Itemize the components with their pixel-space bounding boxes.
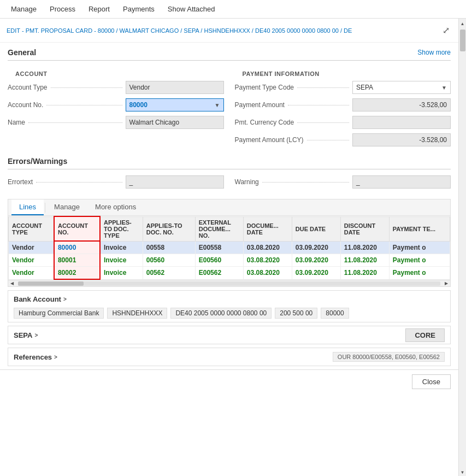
- cell-payment-te: Payment o: [389, 254, 450, 267]
- general-section-title: General Show more: [8, 48, 451, 61]
- errors-section-container: Errors/Warnings Errortext _ Warning: [0, 150, 458, 195]
- scroll-thumb[interactable]: [460, 30, 465, 51]
- errortext-value: _: [126, 175, 224, 189]
- payment-type-field[interactable]: SEPA ▼: [352, 81, 451, 94]
- pmt-currency-value: [352, 116, 451, 129]
- scroll-down-arrow[interactable]: ▼: [459, 468, 467, 476]
- col-applies-to-doc-no: APPLIES-TODOC. NO.: [143, 216, 195, 241]
- lines-table-body: Vendor 80000 Invoice 00558 E00558 03.08.…: [9, 241, 450, 279]
- scroll-left-arrow[interactable]: ◀: [8, 281, 16, 286]
- tab-manage[interactable]: Manage: [46, 199, 87, 215]
- col-account-type: ACCOUNTTYPE: [9, 216, 54, 241]
- bank-tag-vendor: 80000: [321, 308, 349, 319]
- references-label: References: [14, 353, 52, 361]
- account-no-label: Account No.: [8, 101, 126, 109]
- menu-report[interactable]: Report: [82, 1, 116, 17]
- scroll-up-arrow[interactable]: ▲: [459, 20, 467, 27]
- menu-show-attached[interactable]: Show Attached: [161, 1, 222, 17]
- cell-document-date: 03.08.2020: [243, 254, 292, 267]
- col-due-date: DUE DATE: [292, 216, 340, 241]
- name-value: Walmart Chicago: [126, 116, 224, 129]
- sepa-section: SEPA > CORE: [8, 326, 451, 344]
- h-scroll-thumb[interactable]: [18, 281, 84, 286]
- errortext-group: Errortext _: [8, 175, 224, 189]
- menu-bar: Manage Process Report Payments Show Atta…: [0, 0, 466, 19]
- col-payment-te: PAYMENT TE...: [389, 216, 450, 241]
- cell-due-date: 03.09.2020: [292, 254, 340, 267]
- warning-value: _: [352, 175, 451, 189]
- cell-applies-doc-type: Invoice: [100, 241, 143, 254]
- cell-due-date: 03.09.2020: [292, 267, 340, 280]
- lines-tab-bar: Lines Manage More options: [8, 199, 450, 216]
- cell-applies-doc-type: Invoice: [100, 267, 143, 280]
- payment-amount-lcy-value: -3.528,00: [352, 133, 451, 146]
- errors-title: Errors/Warnings: [8, 157, 67, 166]
- close-button[interactable]: Close: [412, 374, 451, 389]
- cell-document-date: 03.08.2020: [243, 267, 292, 280]
- tab-lines[interactable]: Lines: [11, 199, 44, 215]
- account-type-label: Account Type: [8, 84, 126, 91]
- payment-amount-label: Payment Amount: [235, 101, 353, 109]
- bank-account-content: Hamburg Commercial Bank HSHNDEHHXXX DE40…: [8, 308, 450, 322]
- payment-column: PAYMENT INFORMATION Payment Type Code SE…: [235, 68, 451, 150]
- menu-payments[interactable]: Payments: [116, 1, 161, 17]
- payment-type-label: Payment Type Code: [235, 84, 353, 91]
- lines-section: Lines Manage More options ACCOUNTTYPE AC…: [8, 199, 451, 287]
- menu-manage[interactable]: Manage: [4, 1, 43, 17]
- cell-account-no: 80000: [54, 241, 100, 254]
- cell-applies-doc-no: 00562: [143, 267, 195, 280]
- cell-discount-date: 11.08.2020: [340, 241, 389, 254]
- breadcrumb: EDIT - PMT. PROPOSAL CARD - 80000 / WALM…: [0, 19, 458, 43]
- payment-amount-value: -3.528,00: [352, 98, 451, 111]
- name-label: Name: [8, 119, 126, 126]
- bank-tag-name: Hamburg Commercial Bank: [14, 308, 104, 319]
- cell-applies-doc-no: 00560: [143, 254, 195, 267]
- pmt-currency-group: Pmt. Currency Code: [235, 115, 451, 130]
- payment-type-dropdown-arrow[interactable]: ▼: [439, 85, 449, 91]
- scroll-right-arrow[interactable]: ▶: [443, 281, 450, 286]
- payment-type-group: Payment Type Code SEPA ▼: [235, 80, 451, 95]
- account-section-label: ACCOUNT: [8, 68, 224, 80]
- account-no-group: Account No. 80000 ▼: [8, 98, 224, 112]
- bank-account-section: Bank Account > Hamburg Commercial Bank H…: [8, 290, 451, 322]
- menu-process[interactable]: Process: [43, 1, 82, 17]
- errortext-label: Errortext: [8, 178, 126, 186]
- payment-amount-lcy-group: Payment Amount (LCY) -3.528,00: [235, 133, 451, 147]
- col-discount-date: DISCOUNTDATE: [340, 216, 389, 241]
- horizontal-scrollbar[interactable]: ◀ ▶: [8, 280, 450, 286]
- account-no-dropdown-arrow[interactable]: ▼: [213, 102, 222, 108]
- table-row[interactable]: Vendor 80002 Invoice 00562 E00562 03.08.…: [9, 267, 450, 280]
- table-row[interactable]: Vendor 80000 Invoice 00558 E00558 03.08.…: [9, 241, 450, 254]
- references-header[interactable]: References >: [8, 349, 63, 366]
- bank-account-header[interactable]: Bank Account >: [8, 291, 450, 308]
- cell-document-date: 03.08.2020: [243, 241, 292, 254]
- col-applies-to-doc-type: APPLIES-TO DOC.TYPE: [100, 216, 143, 241]
- show-more-link[interactable]: Show more: [417, 49, 451, 56]
- sepa-label: SEPA: [14, 331, 32, 339]
- payment-section-label: PAYMENT INFORMATION: [235, 68, 451, 80]
- cell-account-type: Vendor: [9, 254, 54, 267]
- name-group: Name Walmart Chicago: [8, 115, 224, 130]
- cell-payment-te: Payment o: [389, 267, 450, 280]
- errors-section-title: Errors/Warnings: [8, 157, 451, 169]
- h-scroll-track: [18, 281, 440, 286]
- form-grid: ACCOUNT Account Type Vendor Account No. …: [0, 68, 458, 150]
- errors-grid: Errortext _ Warning _: [8, 175, 451, 192]
- pmt-currency-label: Pmt. Currency Code: [235, 119, 353, 126]
- main-content: EDIT - PMT. PROPOSAL CARD - 80000 / WALM…: [0, 19, 466, 476]
- cell-discount-date: 11.08.2020: [340, 254, 389, 267]
- bank-account-expand: >: [63, 296, 67, 302]
- table-row[interactable]: Vendor 80001 Invoice 00560 E00560 03.08.…: [9, 254, 450, 267]
- cell-discount-date: 11.08.2020: [340, 267, 389, 280]
- cell-account-no: 80002: [54, 267, 100, 280]
- account-no-field[interactable]: 80000 ▼: [126, 98, 224, 111]
- core-badge: CORE: [405, 328, 445, 342]
- tab-more-options[interactable]: More options: [87, 199, 144, 215]
- general-title: General: [8, 48, 36, 57]
- cell-external-doc-no: E00558: [195, 241, 243, 254]
- bank-tag-iban-code: HSHNDEHHXXX: [107, 308, 167, 319]
- maximize-icon[interactable]: ⤢: [440, 23, 452, 38]
- payment-amount-group: Payment Amount -3.528,00: [235, 98, 451, 112]
- vertical-scrollbar[interactable]: ▲ ▼: [458, 19, 466, 476]
- sepa-header[interactable]: SEPA >: [8, 327, 43, 344]
